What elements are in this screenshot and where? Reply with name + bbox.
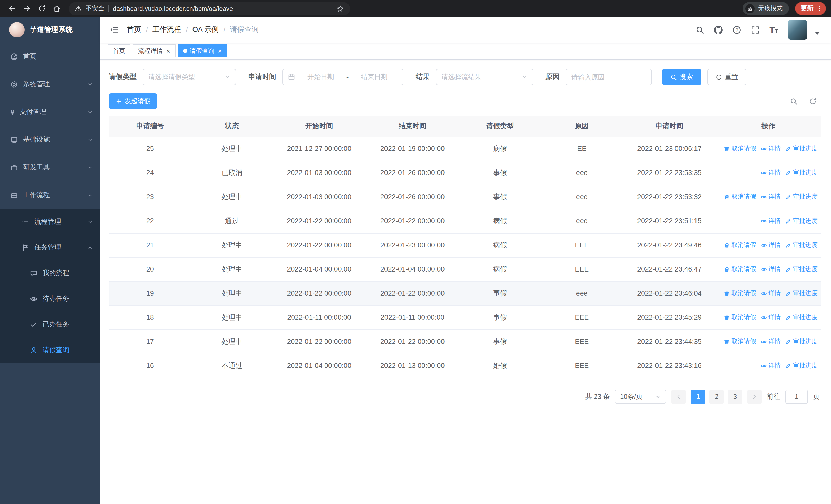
sidebar-item-workflow[interactable]: 工作流程 — [0, 181, 100, 209]
browser-update-button[interactable]: 更新 — [795, 2, 826, 15]
breadcrumb-separator: / — [186, 26, 188, 34]
op-cancel-link[interactable]: 取消请假 — [724, 289, 756, 298]
op-detail-link[interactable]: 详情 — [761, 289, 781, 298]
op-progress-link[interactable]: 审批进度 — [785, 289, 818, 298]
result-select[interactable]: 请选择流结果 — [436, 69, 533, 85]
page-button-1[interactable]: 1 — [691, 389, 705, 404]
cell-operations: 详情审批进度 — [716, 354, 821, 378]
fullscreen-icon[interactable] — [751, 25, 760, 34]
op-detail-link[interactable]: 详情 — [761, 216, 781, 225]
browser-back-icon[interactable] — [5, 2, 19, 16]
breadcrumb-item[interactable]: 工作流程 — [152, 25, 181, 34]
breadcrumb-item[interactable]: OA 示例 — [193, 25, 219, 34]
font-size-icon[interactable]: TT — [769, 25, 778, 34]
cell-operations: 取消请假详情审批进度 — [716, 257, 821, 281]
help-icon[interactable]: ? — [733, 25, 741, 34]
bookmark-star-icon[interactable] — [337, 5, 344, 12]
tab-home[interactable]: 首页 — [108, 44, 131, 58]
apply-time-range-picker[interactable]: 开始日期 - 结束日期 — [282, 69, 403, 85]
leave-type-select[interactable]: 请选择请假类型 — [143, 69, 236, 85]
op-cancel-link[interactable]: 取消请假 — [724, 192, 756, 201]
end-date-placeholder[interactable]: 结束日期 — [350, 72, 398, 82]
github-icon[interactable] — [714, 25, 723, 34]
op-progress-link[interactable]: 审批进度 — [785, 313, 818, 322]
toggle-search-icon[interactable] — [790, 97, 798, 105]
browser-home-icon[interactable] — [50, 2, 64, 16]
browser-reload-icon[interactable] — [35, 2, 49, 16]
sidebar-item-leave-query[interactable]: 请假查询 — [0, 337, 100, 363]
sidebar-item-todo-tasks[interactable]: 待办任务 — [0, 286, 100, 312]
op-detail-link[interactable]: 详情 — [761, 168, 781, 177]
sidebar-item-task-management[interactable]: 任务管理 — [0, 235, 100, 260]
op-detail-link[interactable]: 详情 — [761, 313, 781, 322]
op-detail-link[interactable]: 详情 — [761, 265, 781, 273]
tab-leave-query[interactable]: 请假查询× — [178, 44, 227, 58]
op-progress-link[interactable]: 审批进度 — [785, 265, 818, 273]
column-header: 开始时间 — [273, 116, 366, 137]
start-date-placeholder[interactable]: 开始日期 — [297, 72, 344, 82]
breadcrumb-item[interactable]: 请假查询 — [230, 25, 259, 34]
op-label: 详情 — [768, 241, 781, 249]
sidebar-item-home[interactable]: 首页 — [0, 42, 100, 70]
cell-applied: 2022-01-22 23:53:35 — [623, 161, 716, 185]
sidebar-item-done-tasks[interactable]: 已办任务 — [0, 312, 100, 337]
op-cancel-link[interactable]: 取消请假 — [724, 265, 756, 273]
reason-input[interactable] — [566, 69, 652, 85]
prev-page-button[interactable] — [671, 389, 686, 404]
sidebar-item-my-process[interactable]: 我的流程 — [0, 260, 100, 286]
op-detail-link[interactable]: 详情 — [761, 192, 781, 201]
next-page-button[interactable] — [747, 389, 762, 404]
cell-reason: eee — [541, 281, 623, 305]
op-detail-link[interactable]: 详情 — [761, 361, 781, 370]
refresh-table-icon[interactable] — [809, 97, 816, 105]
person-icon — [30, 346, 37, 354]
tab-close-icon[interactable]: × — [166, 48, 170, 54]
goto-page-input[interactable] — [785, 389, 808, 404]
security-warning-icon[interactable] — [75, 5, 82, 12]
search-button[interactable]: 搜索 — [662, 69, 701, 85]
list-icon — [22, 218, 29, 226]
op-detail-link[interactable]: 详情 — [761, 337, 781, 346]
sidebar-item-system-management[interactable]: 系统管理 — [0, 70, 100, 98]
op-cancel-link[interactable]: 取消请假 — [724, 337, 756, 346]
op-detail-link[interactable]: 详情 — [761, 241, 781, 249]
table-row: 18处理中2022-01-11 00:00:002022-01-11 00:00… — [109, 305, 821, 329]
breadcrumb-item[interactable]: 首页 — [127, 25, 141, 34]
url-text: dashboard.yudao.iocoder.cn/bpm/oa/leave — [113, 5, 233, 12]
sidebar-item-payment-management[interactable]: ¥支付管理 — [0, 98, 100, 126]
op-progress-link[interactable]: 审批进度 — [785, 144, 818, 153]
breadcrumb-separator: / — [146, 26, 148, 34]
op-detail-link[interactable]: 详情 — [761, 144, 781, 153]
tab-process-detail[interactable]: 流程详情× — [133, 44, 175, 58]
page-size-select[interactable]: 10条/页 — [615, 389, 666, 404]
browser-menu-icon[interactable] — [816, 5, 823, 12]
op-progress-link[interactable]: 审批进度 — [785, 168, 818, 177]
avatar-caret-down-icon[interactable] — [813, 29, 822, 37]
page-button-2[interactable]: 2 — [709, 389, 724, 404]
page-button-3[interactable]: 3 — [728, 389, 742, 404]
eye-icon — [761, 146, 767, 152]
op-progress-link[interactable]: 审批进度 — [785, 361, 818, 370]
sidebar-toggle-icon[interactable] — [109, 25, 119, 34]
op-cancel-link[interactable]: 取消请假 — [724, 313, 756, 322]
cell-operations: 取消请假详情审批进度 — [716, 329, 821, 354]
sidebar-item-dev-tools[interactable]: 研发工具 — [0, 153, 100, 181]
sidebar-item-infrastructure[interactable]: 基础设施 — [0, 126, 100, 153]
address-bar[interactable]: 不安全 dashboard.yudao.iocoder.cn/bpm/oa/le… — [69, 2, 350, 15]
op-progress-link[interactable]: 审批进度 — [785, 337, 818, 346]
user-avatar[interactable] — [788, 20, 807, 39]
chevron-up-icon — [87, 244, 93, 250]
browser-forward-icon[interactable] — [20, 2, 34, 16]
header-search-icon[interactable] — [695, 25, 704, 34]
op-progress-link[interactable]: 审批进度 — [785, 216, 818, 225]
op-cancel-link[interactable]: 取消请假 — [724, 144, 756, 153]
column-header: 请假类型 — [459, 116, 541, 137]
create-leave-button[interactable]: 发起请假 — [109, 93, 157, 109]
op-progress-link[interactable]: 审批进度 — [785, 241, 818, 249]
op-cancel-link[interactable]: 取消请假 — [724, 241, 756, 249]
op-progress-link[interactable]: 审批进度 — [785, 192, 818, 201]
reset-button[interactable]: 重置 — [707, 69, 746, 85]
tab-close-icon[interactable]: × — [218, 48, 222, 54]
sidebar-item-process-management[interactable]: 流程管理 — [0, 209, 100, 235]
app-logo[interactable]: 芋道管理系统 — [0, 17, 100, 42]
